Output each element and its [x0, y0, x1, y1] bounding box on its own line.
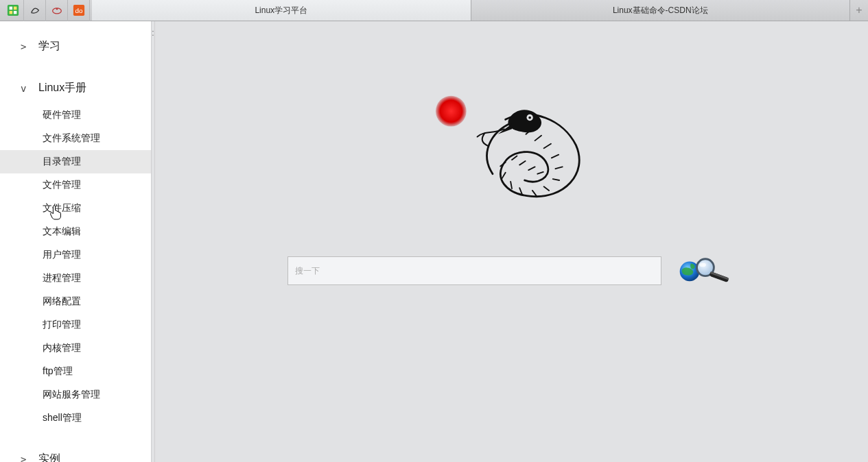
sidebar-item-textedit[interactable]: 文本编辑 — [0, 220, 151, 243]
tabbar-icon-2[interactable] — [24, 0, 46, 21]
tab-other[interactable]: Linux基础命令-CSDN论坛 — [471, 0, 851, 21]
svg-rect-1 — [9, 7, 12, 10]
search-row — [288, 254, 736, 287]
tabbar-icon-do[interactable]: do — [68, 0, 90, 21]
sidebar-subitems: 硬件管理 文件系统管理 目录管理 文件管理 文件压缩 文本编辑 用户管理 进程管… — [0, 101, 151, 437]
svg-rect-0 — [7, 5, 18, 16]
tabbar-icon-3[interactable] — [46, 0, 68, 21]
sidebar-item-file[interactable]: 文件管理 — [0, 173, 151, 197]
sidebar-item-label: 文本编辑 — [43, 226, 81, 236]
sidebar-nav: > 学习 v Linux手册 硬件管理 文件系统管理 目录管理 文件管理 文件压… — [0, 21, 151, 462]
sidebar-item-filesystem[interactable]: 文件系统管理 — [0, 127, 151, 150]
sidebar-section-linux-manual[interactable]: v Linux手册 — [0, 75, 151, 101]
chevron-down-icon: v — [21, 83, 30, 94]
chevron-right-icon: > — [21, 41, 30, 52]
sidebar-item-label: 网站服务管理 — [43, 389, 100, 400]
svg-rect-4 — [13, 11, 16, 14]
svg-text:do: do — [75, 7, 82, 14]
sidebar-item-label: 网络配置 — [43, 295, 81, 306]
sidebar-item-user[interactable]: 用户管理 — [0, 243, 151, 267]
svg-point-9 — [435, 96, 466, 127]
tab-other-title: Linux基础命令-CSDN论坛 — [613, 5, 708, 16]
snake-logo — [402, 76, 622, 227]
sidebar-item-label: shell管理 — [43, 412, 82, 423]
svg-point-14 — [699, 263, 706, 267]
sidebar: > 学习 v Linux手册 硬件管理 文件系统管理 目录管理 文件管理 文件压… — [0, 21, 151, 462]
sidebar-item-label: 文件管理 — [43, 179, 81, 190]
svg-rect-2 — [13, 7, 16, 10]
tab-active[interactable]: Linux学习平台 — [92, 0, 471, 21]
sidebar-section-examples[interactable]: > 实例 — [0, 446, 151, 462]
sidebar-item-label: 目录管理 — [43, 156, 81, 167]
sidebar-item-compress[interactable]: 文件压缩 — [0, 197, 151, 220]
tabbar-icon-row: do — [0, 0, 92, 21]
chevron-right-icon: > — [21, 454, 30, 463]
sidebar-item-label: 文件压缩 — [43, 202, 81, 213]
tab-active-title: Linux学习平台 — [255, 5, 307, 16]
sidebar-item-label: 硬件管理 — [43, 109, 81, 120]
sidebar-item-label: 用户管理 — [43, 249, 81, 260]
sidebar-item-hardware[interactable]: 硬件管理 — [0, 104, 151, 127]
sidebar-section-study[interactable]: > 学习 — [0, 34, 151, 59]
sidebar-section-label: Linux手册 — [38, 81, 86, 95]
sidebar-item-label: 进程管理 — [43, 272, 81, 283]
sidebar-item-label: 打印管理 — [43, 319, 81, 330]
main-panel — [155, 21, 868, 462]
new-tab-button[interactable]: + — [850, 0, 868, 21]
sidebar-resize-handle[interactable] — [151, 21, 155, 462]
sidebar-item-kernel[interactable]: 内核管理 — [0, 337, 151, 360]
search-input[interactable] — [288, 256, 661, 285]
globe-magnifier-icon — [675, 256, 734, 286]
svg-point-6 — [56, 8, 57, 10]
search-button[interactable] — [674, 254, 736, 287]
tabbar-icon-1[interactable] — [2, 0, 24, 21]
svg-point-11 — [528, 117, 531, 119]
sidebar-item-directory[interactable]: 目录管理 — [0, 150, 151, 173]
sidebar-section-label: 实例 — [38, 452, 60, 462]
sidebar-item-label: 内核管理 — [43, 342, 81, 353]
sidebar-item-shell[interactable]: shell管理 — [0, 406, 151, 430]
sidebar-item-webserver[interactable]: 网站服务管理 — [0, 383, 151, 406]
browser-tabbar: do Linux学习平台 Linux基础命令-CSDN论坛 + — [0, 0, 868, 21]
sidebar-item-label: 文件系统管理 — [43, 132, 100, 143]
sidebar-item-network[interactable]: 网络配置 — [0, 290, 151, 313]
content-area: > 学习 v Linux手册 硬件管理 文件系统管理 目录管理 文件管理 文件压… — [0, 21, 868, 462]
sidebar-section-label: 学习 — [38, 39, 60, 53]
svg-rect-3 — [9, 11, 12, 14]
sidebar-item-ftp[interactable]: ftp管理 — [0, 360, 151, 383]
sidebar-item-print[interactable]: 打印管理 — [0, 313, 151, 337]
sidebar-item-label: ftp管理 — [43, 365, 73, 376]
sidebar-item-process[interactable]: 进程管理 — [0, 267, 151, 290]
